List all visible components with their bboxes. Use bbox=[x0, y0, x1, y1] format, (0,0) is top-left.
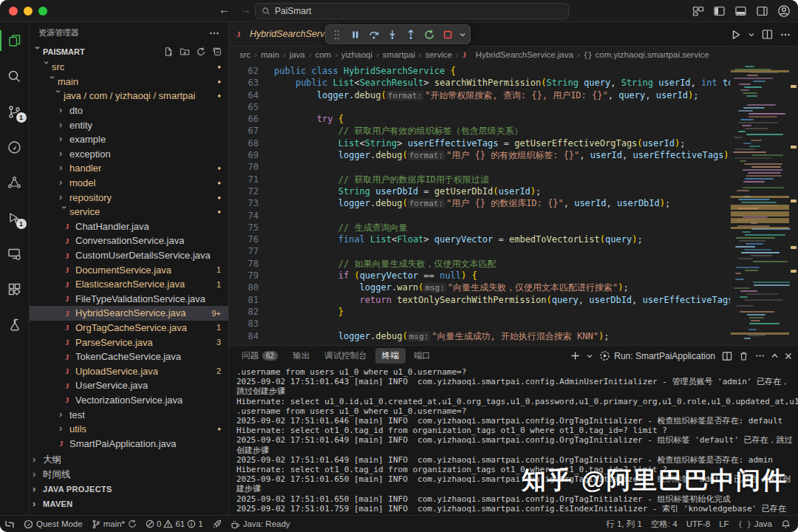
new-folder-icon[interactable] bbox=[180, 47, 190, 57]
toggle-secondary-sidebar-icon[interactable] bbox=[756, 5, 768, 17]
sidebar-section-时间线[interactable]: ›时间线 bbox=[30, 467, 228, 482]
code-line-73[interactable]: 73 logger.debug(format:"用户 {} 的数据库ID: {}… bbox=[229, 197, 730, 209]
tree-item-orgtagcacheservice-java[interactable]: JOrgTagCacheService.java1 bbox=[30, 321, 228, 335]
split-editor-icon[interactable] bbox=[762, 29, 773, 40]
collapse-all-icon[interactable] bbox=[212, 47, 222, 57]
tree-item-test[interactable]: ›test bbox=[30, 407, 228, 422]
code-line-70[interactable]: 70 bbox=[229, 161, 730, 173]
tree-item-conversationservice-java[interactable]: JConversationService.java bbox=[30, 233, 228, 248]
search-view-icon[interactable] bbox=[0, 64, 30, 89]
explorer-icon[interactable] bbox=[0, 28, 30, 53]
code-line-68[interactable]: 68 List<String> userEffectiveTags = getU… bbox=[229, 137, 730, 149]
code-line-83[interactable]: 83 bbox=[229, 318, 730, 330]
terminal-dropdown-chevron-icon[interactable] bbox=[587, 354, 593, 358]
pause-icon[interactable] bbox=[347, 27, 364, 43]
tree-item-uploadservice-java[interactable]: JUploadService.java2 bbox=[30, 364, 228, 378]
breadcrumb-item-com-yizhaoqi-smartpai-service[interactable]: {}com.yizhaoqi.smartpai.service bbox=[584, 50, 709, 59]
account-icon[interactable] bbox=[777, 4, 791, 18]
kill-terminal-icon[interactable] bbox=[739, 351, 748, 361]
nav-back-icon[interactable]: ← bbox=[219, 3, 230, 16]
tree-item-documentservice-java[interactable]: JDocumentService.java1 bbox=[30, 262, 228, 277]
tree-item-elasticsearchservice-java[interactable]: JElasticsearchService.java1 bbox=[30, 277, 228, 292]
tree-item-src[interactable]: ›src● bbox=[30, 60, 228, 75]
code-line-80[interactable]: 80 logger.warn(msg:"向量生成失败，仅使用文本匹配进行搜索")… bbox=[229, 282, 730, 293]
test-flask-icon[interactable] bbox=[0, 312, 30, 337]
problems-status[interactable]: 0 61 1 bbox=[146, 519, 203, 528]
sidebar-section-maven[interactable]: ›MAVEN bbox=[30, 497, 228, 511]
code-line-78[interactable]: 78 // 如果向量生成失败，仅使用文本匹配 bbox=[229, 258, 730, 270]
code-line-77[interactable]: 77 bbox=[229, 245, 730, 257]
quest-mode-status[interactable]: Quest Mode bbox=[24, 519, 83, 529]
tree-item-vectorizationservice-java[interactable]: JVectorizationService.java bbox=[30, 393, 228, 408]
code-line-81[interactable]: 81 return textOnlySearchWithPermission(q… bbox=[229, 294, 730, 306]
zoom-window-button[interactable] bbox=[38, 7, 47, 16]
code-line-69[interactable]: 69 logger.debug(format:"用户 {} 的有效组织标签: {… bbox=[229, 149, 730, 161]
breadcrumb-item-service[interactable]: service bbox=[425, 50, 451, 59]
split-terminal-icon[interactable] bbox=[722, 351, 732, 361]
toolbar-drag-handle[interactable] bbox=[329, 27, 345, 43]
panel-more-icon[interactable] bbox=[755, 351, 765, 361]
tree-item-main[interactable]: ›main● bbox=[30, 75, 228, 89]
sidebar-section-大纲[interactable]: ›大纲 bbox=[30, 452, 228, 467]
breadcrumb-item-main[interactable]: main bbox=[261, 50, 279, 59]
tree-item-chathandler-java[interactable]: JChatHandler.java bbox=[30, 219, 228, 234]
terminal-session[interactable]: Run: SmartPaiApplication bbox=[599, 350, 715, 361]
views-more-icon[interactable] bbox=[209, 28, 219, 38]
customize-layout-icon[interactable] bbox=[692, 5, 704, 17]
code-pane[interactable]: 62public class HybridSearchService {63 p… bbox=[229, 63, 730, 345]
code-line-76[interactable]: 76 final List<Float> queryVector = embed… bbox=[229, 233, 730, 245]
tree-item-tokencacheservice-java[interactable]: JTokenCacheService.java bbox=[30, 349, 228, 364]
nav-forward-icon[interactable]: → bbox=[240, 3, 251, 16]
new-file-icon[interactable] bbox=[163, 47, 174, 57]
hub-network-icon[interactable] bbox=[0, 170, 30, 195]
maximize-panel-icon[interactable] bbox=[771, 353, 778, 358]
breadcrumb-item-smartpai[interactable]: smartpai bbox=[383, 50, 415, 59]
extensions-icon[interactable] bbox=[0, 276, 30, 301]
indentation[interactable]: 空格: 4 bbox=[651, 519, 678, 530]
remote-explorer-icon[interactable] bbox=[0, 241, 30, 266]
code-line-79[interactable]: 79 if (queryVector == null) { bbox=[229, 270, 730, 282]
stop-icon[interactable] bbox=[440, 27, 456, 43]
code-line-72[interactable]: 72 String userDbId = getUserDbId(userId)… bbox=[229, 185, 730, 197]
panel-tab-终端[interactable]: 终端 bbox=[375, 348, 406, 364]
restart-icon[interactable] bbox=[421, 27, 437, 43]
toggle-sidebar-icon[interactable] bbox=[713, 5, 726, 17]
eol-sequence[interactable]: LF bbox=[719, 519, 729, 528]
tree-item-service[interactable]: ›service● bbox=[30, 205, 228, 219]
code-editor[interactable]: 62public class HybridSearchService {63 p… bbox=[229, 63, 798, 345]
tree-item-utils[interactable]: ›utils● bbox=[30, 422, 228, 437]
code-line-71[interactable]: 71 // 获取用户的数据库ID用于权限过滤 bbox=[229, 174, 730, 185]
remote-indicator[interactable] bbox=[4, 519, 15, 529]
code-line-84[interactable]: 84 logger.debug(msg:"向量生成成功, 开始执行混合搜索 KN… bbox=[229, 330, 730, 342]
tree-item-example[interactable]: ›example bbox=[30, 132, 228, 147]
notifications-bell[interactable] bbox=[781, 519, 791, 529]
code-line-67[interactable]: 67 // 获取用户有效的组织标签（包含层级关系） bbox=[229, 125, 730, 137]
step-over-icon[interactable] bbox=[366, 27, 382, 43]
quest-circle-icon[interactable] bbox=[0, 134, 30, 160]
minimap[interactable] bbox=[730, 63, 798, 345]
step-into-icon[interactable] bbox=[384, 27, 400, 43]
code-line-82[interactable]: 82 } bbox=[229, 306, 730, 318]
breadcrumb-item-src[interactable]: src bbox=[239, 50, 250, 59]
sidebar-section-java-projects[interactable]: ›JAVA PROJECTS bbox=[30, 482, 228, 497]
cursor-position[interactable]: 行 1, 列 1 bbox=[606, 519, 642, 530]
command-center-search[interactable]: PaiSmart bbox=[255, 3, 569, 19]
code-line-66[interactable]: 66 try { bbox=[229, 113, 730, 125]
step-out-icon[interactable] bbox=[403, 27, 419, 43]
source-control-icon[interactable]: 1 bbox=[0, 99, 30, 124]
run-file-icon[interactable] bbox=[731, 30, 741, 40]
encoding[interactable]: UTF-8 bbox=[686, 519, 711, 528]
run-dropdown-chevron-icon[interactable] bbox=[748, 33, 754, 37]
tree-item-filetypevalidationservice-java[interactable]: JFileTypeValidationService.java bbox=[30, 292, 228, 307]
code-line-74[interactable]: 74 bbox=[229, 210, 730, 222]
project-root-row[interactable]: › PAISMART bbox=[30, 44, 228, 60]
tree-item-java-com-yizhaoqi-smartpai[interactable]: ›java / com / yizhaoqi / smartpai● bbox=[30, 89, 228, 103]
tab-hybridsearchservice[interactable]: J HybridSearchService.java bbox=[229, 22, 340, 46]
tree-item-entity[interactable]: ›entity bbox=[30, 117, 228, 132]
close-window-button[interactable] bbox=[9, 7, 18, 16]
tree-item-smartpaiapplication-java[interactable]: JSmartPaiApplication.java bbox=[30, 436, 228, 451]
tree-item-handler[interactable]: ›handler● bbox=[30, 161, 228, 176]
toggle-panel-icon[interactable] bbox=[734, 5, 747, 17]
breadcrumb-item-yizhaoqi[interactable]: yizhaoqi bbox=[341, 50, 372, 59]
tree-item-parseservice-java[interactable]: JParseService.java3 bbox=[30, 335, 228, 349]
